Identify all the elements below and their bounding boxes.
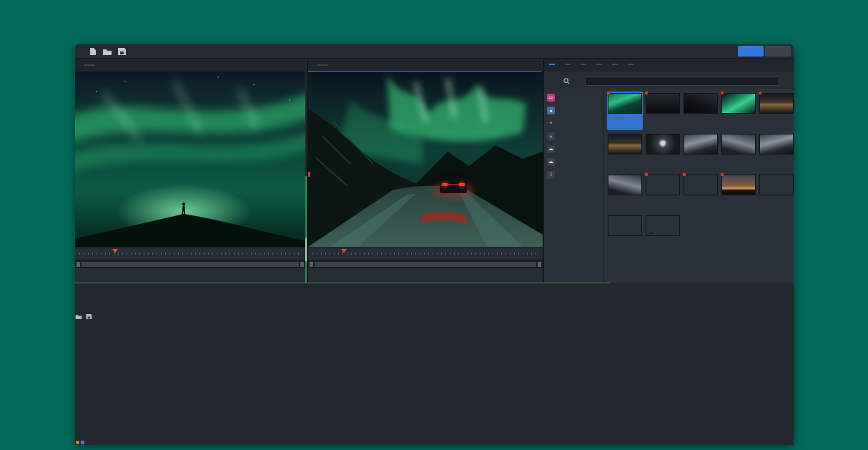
desktop: { "colors": {"desktop":"#02695a","accent… [0,0,868,450]
new-project-icon[interactable] [88,47,98,56]
source-monitor-header [308,59,541,72]
source-timecode[interactable] [317,64,328,66]
open-project-icon[interactable] [102,47,112,56]
program-monitor-header [75,59,305,72]
magix-window: ▭ ● ▾ ♦ ☁ ☁ ⇩ [75,44,794,445]
bin-grid [75,73,791,445]
mode-bearbeiten-button[interactable] [738,46,764,57]
menubar [75,44,794,59]
projektablage-panel [75,310,794,323]
program-timecode[interactable] [84,64,95,66]
save-project-icon[interactable] [117,47,127,56]
mode-brennen-button[interactable] [765,46,791,57]
panel-tabs [544,59,794,72]
